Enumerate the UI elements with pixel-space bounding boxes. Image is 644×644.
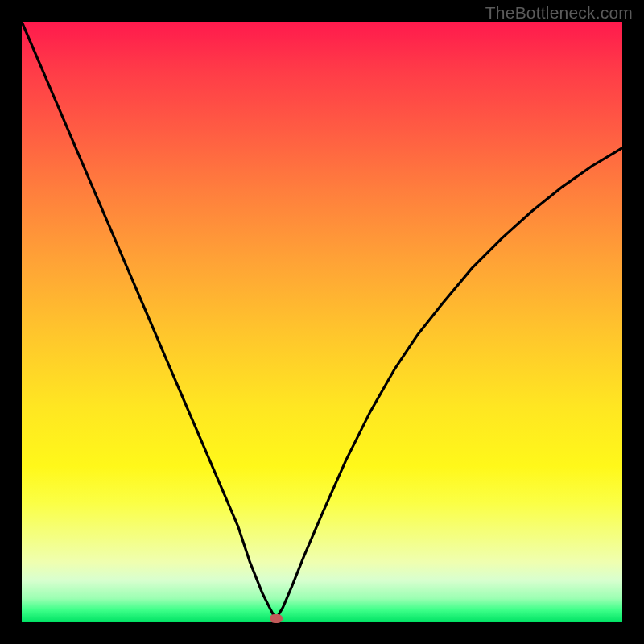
bottleneck-curve <box>22 22 622 622</box>
watermark-text: TheBottleneck.com <box>485 3 633 23</box>
chart-plot-area <box>22 22 622 622</box>
minimum-marker <box>270 614 283 623</box>
